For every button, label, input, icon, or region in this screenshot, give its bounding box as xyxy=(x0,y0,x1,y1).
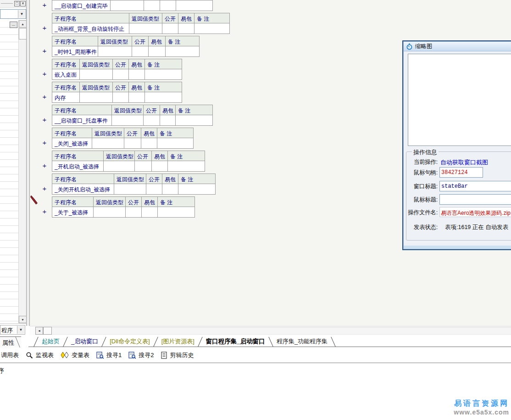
panel-input[interactable] xyxy=(439,194,511,205)
tab-5[interactable]: 窗口程序集_启动窗口 xyxy=(205,337,266,346)
table-empty-cell[interactable] xyxy=(126,207,142,217)
table-data-row[interactable]: _关闭_被选择 xyxy=(52,138,193,148)
table-empty-cell[interactable] xyxy=(104,161,135,171)
toolbar-item[interactable]: 调用表 xyxy=(1,351,19,359)
table-empty-cell[interactable] xyxy=(114,184,146,194)
table-empty-cell[interactable] xyxy=(94,207,126,217)
scroll-up-icon[interactable]: ▲ xyxy=(19,20,27,28)
expand-button[interactable]: + xyxy=(41,1,48,8)
scrollbar-track[interactable] xyxy=(52,327,511,335)
chevron-down-icon[interactable]: ▼ xyxy=(17,326,24,334)
program-combobox[interactable]: 程序 ▼ xyxy=(0,325,25,335)
scroll-left-icon[interactable]: ◄ xyxy=(35,327,43,335)
table-empty-cell[interactable] xyxy=(80,69,113,79)
tab-3[interactable]: [Dll命令定义表] xyxy=(109,337,150,346)
maximize-button[interactable]: □ xyxy=(14,1,20,6)
expand-button[interactable]: + xyxy=(41,208,48,215)
table-data-row[interactable]: __启动窗口_托盘事件 xyxy=(52,115,212,125)
table-empty-cell[interactable] xyxy=(168,161,205,171)
subroutine-name-cell[interactable]: 嵌入桌面 xyxy=(52,69,80,79)
table-data-row[interactable]: _关于_被选择 xyxy=(52,207,194,217)
subroutine-name-cell[interactable]: _关于_被选择 xyxy=(52,207,94,217)
table-empty-cell[interactable] xyxy=(145,69,182,79)
panel-input[interactable]: 38427124 xyxy=(439,167,483,178)
table-data-row[interactable]: 内存 xyxy=(52,92,182,102)
table-empty-cell[interactable] xyxy=(144,0,160,11)
toolbar-item[interactable]: 变量表 xyxy=(61,351,89,359)
table-empty-cell[interactable] xyxy=(162,23,178,34)
table-empty-cell[interactable] xyxy=(160,115,176,125)
table-empty-cell[interactable] xyxy=(129,92,145,102)
expand-button[interactable]: + xyxy=(41,70,48,77)
subroutine-name-cell[interactable]: 内存 xyxy=(52,92,80,102)
toolbar-item[interactable]: 搜寻1 xyxy=(96,351,122,359)
left-panel-combobox[interactable]: ▼ xyxy=(0,9,26,19)
scroll-down-icon[interactable]: ▼ xyxy=(19,316,27,323)
toolbar-item[interactable]: 搜寻2 xyxy=(128,351,154,359)
scrollbar-thumb[interactable] xyxy=(19,28,27,39)
subroutine-name-cell[interactable]: _动画框_背景_自动旋转停止 xyxy=(52,23,129,34)
chevron-down-icon[interactable]: ▼ xyxy=(18,10,25,18)
table-empty-cell[interactable] xyxy=(124,138,141,148)
table-empty-cell[interactable] xyxy=(194,23,229,34)
toolbar-item[interactable]: 监视表 xyxy=(26,351,54,359)
expand-button[interactable]: + xyxy=(41,162,48,169)
subroutine-name-cell[interactable]: _关闭开机启动_被选择 xyxy=(52,184,114,194)
toolbar-item[interactable]: 剪辑历史 xyxy=(161,351,194,359)
property-grid-scrollbar[interactable]: ▲ ▼ xyxy=(18,20,26,323)
table-empty-cell[interactable] xyxy=(158,207,194,217)
tab-6[interactable]: 程序集_功能程序集 xyxy=(276,337,328,346)
table-empty-cell[interactable] xyxy=(98,46,132,56)
table-empty-cell[interactable] xyxy=(157,138,193,148)
table-empty-cell[interactable] xyxy=(178,184,215,194)
expand-button[interactable]: + xyxy=(41,47,48,54)
table-empty-cell[interactable] xyxy=(132,46,149,56)
table-empty-cell[interactable] xyxy=(162,184,178,194)
table-empty-cell[interactable] xyxy=(111,0,144,11)
table-empty-cell[interactable] xyxy=(145,92,182,102)
table-empty-cell[interactable] xyxy=(92,138,124,148)
table-empty-cell[interactable] xyxy=(113,92,129,102)
table-data-row[interactable]: 嵌入桌面 xyxy=(52,69,182,79)
table-data-row[interactable]: __启动窗口_创建完毕 xyxy=(52,0,212,11)
table-empty-cell[interactable] xyxy=(146,184,162,194)
table-empty-cell[interactable] xyxy=(152,161,168,171)
table-empty-cell[interactable] xyxy=(135,161,152,171)
table-empty-cell[interactable] xyxy=(160,0,176,11)
tab-4[interactable]: [图片资源表] xyxy=(161,337,195,346)
horizontal-scrollbar[interactable]: ◄ xyxy=(30,326,511,335)
thumbnail-panel-titlebar[interactable]: 缩略图 xyxy=(404,42,511,51)
subroutine-name-cell[interactable]: _关闭_被选择 xyxy=(52,138,92,148)
table-empty-cell[interactable] xyxy=(178,23,194,34)
subroutine-name-cell[interactable]: __启动窗口_创建完毕 xyxy=(52,0,111,11)
table-empty-cell[interactable] xyxy=(149,46,166,56)
expand-button[interactable]: + xyxy=(41,116,48,123)
close-button[interactable]: × xyxy=(20,1,26,6)
expand-button[interactable]: + xyxy=(41,93,48,100)
table-empty-cell[interactable] xyxy=(166,46,199,56)
table-empty-cell[interactable] xyxy=(129,23,162,34)
table-data-row[interactable]: _动画框_背景_自动旋转停止 xyxy=(52,23,229,34)
table-empty-cell[interactable] xyxy=(113,69,129,79)
table-empty-cell[interactable] xyxy=(80,92,113,102)
table-data-row[interactable]: _关闭开机启动_被选择 xyxy=(52,184,215,194)
table-empty-cell[interactable] xyxy=(129,69,145,79)
table-empty-cell[interactable] xyxy=(176,115,212,125)
expand-button[interactable]: + xyxy=(41,139,48,146)
tab-2[interactable]: _启动窗口 xyxy=(70,337,99,346)
table-empty-cell[interactable] xyxy=(141,138,157,148)
table-empty-cell[interactable] xyxy=(112,115,144,125)
scrollbar-thumb[interactable] xyxy=(43,327,52,335)
vertical-splitter[interactable] xyxy=(26,0,30,326)
table-data-row[interactable]: _开机启动_被选择 xyxy=(52,161,205,171)
subroutine-name-cell[interactable]: _时钟1_周期事件 xyxy=(52,46,98,56)
table-empty-cell[interactable] xyxy=(144,115,160,125)
expand-button[interactable]: + xyxy=(41,24,48,31)
subroutine-name-cell[interactable]: _开机启动_被选择 xyxy=(52,161,104,171)
table-empty-cell[interactable] xyxy=(176,0,212,11)
property-grid[interactable]: ... ▲ ▼ xyxy=(0,20,26,324)
tab-1[interactable]: 起始页 xyxy=(41,337,61,346)
subroutine-name-cell[interactable]: __启动窗口_托盘事件 xyxy=(52,115,112,125)
ellipsis-button[interactable]: ... xyxy=(10,22,17,28)
panel-input[interactable]: stateBar xyxy=(439,181,511,191)
